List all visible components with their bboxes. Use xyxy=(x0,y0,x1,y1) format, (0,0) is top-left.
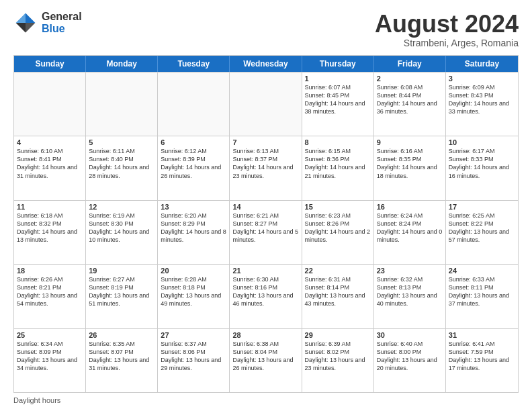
month-year: August 2024 xyxy=(375,11,519,38)
day-info: Sunrise: 6:10 AM Sunset: 8:41 PM Dayligh… xyxy=(17,147,83,180)
day-number: 20 xyxy=(161,267,226,275)
logo-text: General Blue xyxy=(42,11,82,34)
title-block: August 2024 Strambeni, Arges, Romania xyxy=(375,11,519,48)
table-row: 6Sunrise: 6:12 AM Sunset: 8:39 PM Daylig… xyxy=(158,136,230,199)
table-row xyxy=(86,73,158,136)
day-info: Sunrise: 6:13 AM Sunset: 8:37 PM Dayligh… xyxy=(232,147,298,180)
day-info: Sunrise: 6:23 AM Sunset: 8:26 PM Dayligh… xyxy=(305,212,371,244)
day-number: 28 xyxy=(232,331,298,339)
logo-icon xyxy=(13,11,38,35)
svg-marker-0 xyxy=(26,13,35,23)
calendar-week-row: 25Sunrise: 6:34 AM Sunset: 8:09 PM Dayli… xyxy=(14,328,518,392)
location: Strambeni, Arges, Romania xyxy=(375,38,519,48)
calendar-day-header: Tuesday xyxy=(158,56,230,72)
table-row: 5Sunrise: 6:11 AM Sunset: 8:40 PM Daylig… xyxy=(86,136,158,199)
day-info: Sunrise: 6:34 AM Sunset: 8:09 PM Dayligh… xyxy=(17,340,83,373)
day-number: 22 xyxy=(305,267,371,275)
table-row: 24Sunrise: 6:33 AM Sunset: 8:11 PM Dayli… xyxy=(446,265,518,328)
day-number: 16 xyxy=(377,203,443,211)
day-info: Sunrise: 6:30 AM Sunset: 8:16 PM Dayligh… xyxy=(232,275,298,308)
day-info: Sunrise: 6:26 AM Sunset: 8:21 PM Dayligh… xyxy=(17,275,83,308)
calendar-day-header: Friday xyxy=(374,56,446,72)
day-number: 8 xyxy=(305,138,371,146)
table-row: 15Sunrise: 6:23 AM Sunset: 8:26 PM Dayli… xyxy=(302,201,374,264)
day-info: Sunrise: 6:19 AM Sunset: 8:30 PM Dayligh… xyxy=(89,212,154,244)
calendar-day-header: Wednesday xyxy=(230,56,302,72)
day-info: Sunrise: 6:24 AM Sunset: 8:24 PM Dayligh… xyxy=(377,212,443,244)
day-info: Sunrise: 6:31 AM Sunset: 8:14 PM Dayligh… xyxy=(305,275,371,308)
day-info: Sunrise: 6:20 AM Sunset: 8:29 PM Dayligh… xyxy=(161,212,226,244)
table-row: 13Sunrise: 6:20 AM Sunset: 8:29 PM Dayli… xyxy=(158,201,230,264)
table-row: 12Sunrise: 6:19 AM Sunset: 8:30 PM Dayli… xyxy=(86,201,158,264)
calendar-day-header: Saturday xyxy=(446,56,518,72)
day-info: Sunrise: 6:28 AM Sunset: 8:18 PM Dayligh… xyxy=(161,275,226,308)
day-number: 31 xyxy=(449,331,515,339)
day-number: 24 xyxy=(449,267,515,275)
day-info: Sunrise: 6:25 AM Sunset: 8:22 PM Dayligh… xyxy=(449,212,515,244)
day-info: Sunrise: 6:35 AM Sunset: 8:07 PM Dayligh… xyxy=(89,340,154,373)
day-number: 4 xyxy=(17,138,83,146)
calendar-body: 1Sunrise: 6:07 AM Sunset: 8:45 PM Daylig… xyxy=(14,72,518,392)
day-info: Sunrise: 6:40 AM Sunset: 8:00 PM Dayligh… xyxy=(377,340,443,373)
table-row: 20Sunrise: 6:28 AM Sunset: 8:18 PM Dayli… xyxy=(158,265,230,328)
day-number: 13 xyxy=(161,203,226,211)
table-row: 14Sunrise: 6:21 AM Sunset: 8:27 PM Dayli… xyxy=(230,201,302,264)
day-number: 15 xyxy=(305,203,371,211)
calendar: SundayMondayTuesdayWednesdayThursdayFrid… xyxy=(13,55,519,393)
calendar-day-header: Thursday xyxy=(302,56,374,72)
table-row xyxy=(158,73,230,136)
table-row: 21Sunrise: 6:30 AM Sunset: 8:16 PM Dayli… xyxy=(230,265,302,328)
table-row: 31Sunrise: 6:41 AM Sunset: 7:59 PM Dayli… xyxy=(446,329,518,392)
logo: General Blue xyxy=(13,11,82,35)
day-info: Sunrise: 6:07 AM Sunset: 8:45 PM Dayligh… xyxy=(305,83,371,116)
table-row: 26Sunrise: 6:35 AM Sunset: 8:07 PM Dayli… xyxy=(86,329,158,392)
day-number: 7 xyxy=(232,138,298,146)
calendar-week-row: 1Sunrise: 6:07 AM Sunset: 8:45 PM Daylig… xyxy=(14,72,518,136)
table-row: 3Sunrise: 6:09 AM Sunset: 8:43 PM Daylig… xyxy=(446,73,518,136)
day-number: 1 xyxy=(305,75,371,83)
day-number: 30 xyxy=(377,331,443,339)
day-info: Sunrise: 6:11 AM Sunset: 8:40 PM Dayligh… xyxy=(89,147,154,180)
svg-marker-3 xyxy=(26,23,35,32)
day-info: Sunrise: 6:18 AM Sunset: 8:32 PM Dayligh… xyxy=(17,212,83,244)
table-row: 27Sunrise: 6:37 AM Sunset: 8:06 PM Dayli… xyxy=(158,329,230,392)
day-number: 19 xyxy=(89,267,154,275)
table-row: 1Sunrise: 6:07 AM Sunset: 8:45 PM Daylig… xyxy=(302,73,374,136)
table-row: 17Sunrise: 6:25 AM Sunset: 8:22 PM Dayli… xyxy=(446,201,518,264)
day-number: 25 xyxy=(17,331,83,339)
table-row: 23Sunrise: 6:32 AM Sunset: 8:13 PM Dayli… xyxy=(374,265,446,328)
table-row: 30Sunrise: 6:40 AM Sunset: 8:00 PM Dayli… xyxy=(374,329,446,392)
table-row: 18Sunrise: 6:26 AM Sunset: 8:21 PM Dayli… xyxy=(14,265,86,328)
table-row: 16Sunrise: 6:24 AM Sunset: 8:24 PM Dayli… xyxy=(374,201,446,264)
svg-marker-1 xyxy=(16,13,26,23)
table-row: 4Sunrise: 6:10 AM Sunset: 8:41 PM Daylig… xyxy=(14,136,86,199)
day-number: 14 xyxy=(232,203,298,211)
table-row: 2Sunrise: 6:08 AM Sunset: 8:44 PM Daylig… xyxy=(374,73,446,136)
calendar-day-header: Monday xyxy=(86,56,158,72)
day-info: Sunrise: 6:12 AM Sunset: 8:39 PM Dayligh… xyxy=(161,147,226,180)
day-number: 3 xyxy=(449,75,515,83)
day-info: Sunrise: 6:21 AM Sunset: 8:27 PM Dayligh… xyxy=(232,212,298,244)
day-number: 26 xyxy=(89,331,154,339)
day-info: Sunrise: 6:33 AM Sunset: 8:11 PM Dayligh… xyxy=(449,275,515,308)
day-info: Sunrise: 6:37 AM Sunset: 8:06 PM Dayligh… xyxy=(161,340,226,373)
calendar-header: SundayMondayTuesdayWednesdayThursdayFrid… xyxy=(14,56,518,72)
day-number: 29 xyxy=(305,331,371,339)
day-info: Sunrise: 6:08 AM Sunset: 8:44 PM Dayligh… xyxy=(377,83,443,116)
table-row: 29Sunrise: 6:39 AM Sunset: 8:02 PM Dayli… xyxy=(302,329,374,392)
table-row: 22Sunrise: 6:31 AM Sunset: 8:14 PM Dayli… xyxy=(302,265,374,328)
logo-general: General xyxy=(42,11,82,23)
svg-marker-2 xyxy=(16,23,26,32)
table-row xyxy=(230,73,302,136)
table-row: 10Sunrise: 6:17 AM Sunset: 8:33 PM Dayli… xyxy=(446,136,518,199)
day-number: 23 xyxy=(377,267,443,275)
calendar-week-row: 18Sunrise: 6:26 AM Sunset: 8:21 PM Dayli… xyxy=(14,264,518,328)
day-number: 9 xyxy=(377,138,443,146)
day-number: 2 xyxy=(377,75,443,83)
day-number: 18 xyxy=(17,267,83,275)
table-row xyxy=(14,73,86,136)
table-row: 28Sunrise: 6:38 AM Sunset: 8:04 PM Dayli… xyxy=(230,329,302,392)
table-row: 11Sunrise: 6:18 AM Sunset: 8:32 PM Dayli… xyxy=(14,201,86,264)
day-number: 27 xyxy=(161,331,226,339)
day-info: Sunrise: 6:32 AM Sunset: 8:13 PM Dayligh… xyxy=(377,275,443,308)
